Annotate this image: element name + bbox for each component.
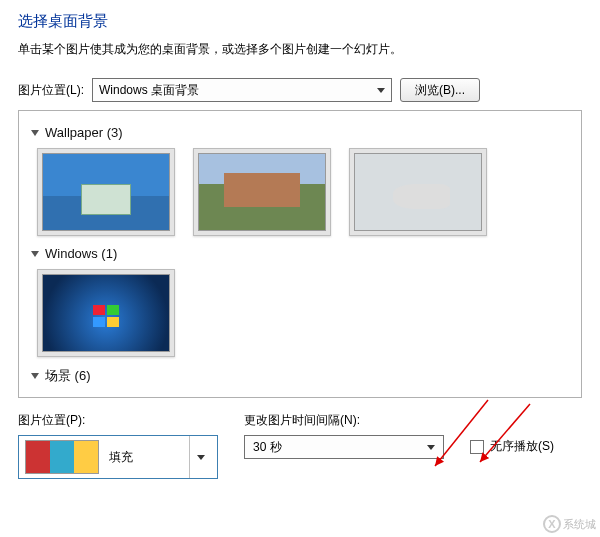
dropdown-arrow-box[interactable] — [189, 436, 211, 478]
wallpaper-gallery[interactable]: Wallpaper (3) ✓ ✓ ✓ Windows (1) ✓ 场景 (6) — [18, 110, 582, 398]
group-header-scenes[interactable]: 场景 (6) — [31, 367, 569, 385]
wallpaper-thumb-1[interactable]: ✓ — [37, 148, 175, 236]
chevron-down-icon — [197, 455, 205, 460]
wallpaper-thumb-2[interactable]: ✓ — [193, 148, 331, 236]
windows-thumb-1[interactable]: ✓ — [37, 269, 175, 357]
picture-location-combo[interactable]: Windows 桌面背景 — [92, 78, 392, 102]
thumb-image — [354, 153, 482, 231]
wallpaper-thumb-3[interactable]: ✓ — [349, 148, 487, 236]
interval-value: 30 秒 — [253, 439, 282, 456]
fit-preview-image — [25, 440, 99, 474]
group-label-windows: Windows (1) — [45, 246, 117, 261]
group-header-windows[interactable]: Windows (1) — [31, 246, 569, 261]
triangle-down-icon — [31, 251, 39, 257]
interval-dropdown[interactable]: 30 秒 — [244, 435, 444, 459]
shuffle-checkbox[interactable] — [470, 440, 484, 454]
group-label-scenes: 场景 (6) — [45, 367, 91, 385]
fit-value: 填充 — [109, 449, 133, 466]
interval-label: 更改图片时间间隔(N): — [244, 412, 444, 429]
thumb-image — [42, 274, 170, 352]
browse-button-label: 浏览(B)... — [415, 82, 465, 99]
chevron-down-icon — [427, 445, 435, 450]
browse-button[interactable]: 浏览(B)... — [400, 78, 480, 102]
group-label-wallpaper: Wallpaper (3) — [45, 125, 123, 140]
watermark-icon: X — [543, 515, 561, 533]
fit-label: 图片位置(P): — [18, 412, 218, 429]
triangle-down-icon — [31, 373, 39, 379]
page-subtitle: 单击某个图片使其成为您的桌面背景，或选择多个图片创建一个幻灯片。 — [18, 41, 582, 58]
group-header-wallpaper[interactable]: Wallpaper (3) — [31, 125, 569, 140]
thumb-image — [198, 153, 326, 231]
thumb-image — [42, 153, 170, 231]
triangle-down-icon — [31, 130, 39, 136]
page-title: 选择桌面背景 — [18, 12, 582, 31]
watermark: X 系统城 — [543, 515, 596, 533]
shuffle-label: 无序播放(S) — [490, 438, 554, 455]
picture-location-label: 图片位置(L): — [18, 82, 84, 99]
chevron-down-icon — [377, 88, 385, 93]
watermark-text: 系统城 — [563, 517, 596, 532]
picture-location-value: Windows 桌面背景 — [99, 82, 199, 99]
fit-dropdown[interactable]: 填充 — [18, 435, 218, 479]
